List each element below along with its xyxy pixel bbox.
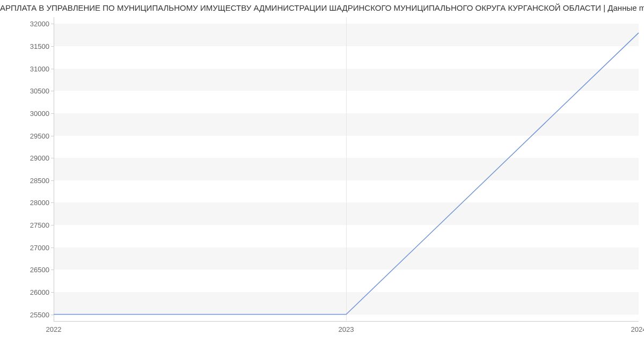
y-tick-label: 31500 xyxy=(30,42,49,50)
x-tick-label: 2024 xyxy=(631,325,644,333)
y-tick-label: 25500 xyxy=(30,310,49,318)
y-tick-label: 27000 xyxy=(30,243,49,251)
y-tick-label: 28000 xyxy=(30,199,49,207)
x-axis-line xyxy=(54,321,639,322)
chart-title: АРПЛАТА В УПРАВЛЕНИЕ ПО МУНИЦИПАЛЬНОМУ И… xyxy=(0,3,644,12)
y-tick-label: 28500 xyxy=(30,176,49,184)
x-tick-label: 2023 xyxy=(339,325,354,333)
y-tick-label: 31000 xyxy=(30,64,49,72)
series-line xyxy=(54,33,639,314)
y-tick-label: 27500 xyxy=(30,221,49,229)
y-tick-label: 30000 xyxy=(30,109,49,117)
y-tick-label: 32000 xyxy=(30,20,49,28)
y-tick-label: 26500 xyxy=(30,266,49,274)
plot-area: 2550026000265002700027500280002850029000… xyxy=(54,17,639,321)
series-svg xyxy=(54,17,639,321)
y-tick-label: 29000 xyxy=(30,154,49,162)
y-tick-label: 26000 xyxy=(30,288,49,296)
y-tick-label: 30500 xyxy=(30,87,49,95)
y-tick-label: 29500 xyxy=(30,132,49,140)
x-tick-label: 2022 xyxy=(46,325,62,333)
